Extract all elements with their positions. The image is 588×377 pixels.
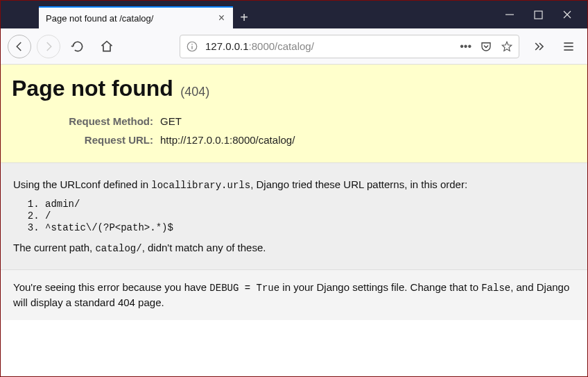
request-method-value: GET bbox=[160, 112, 300, 130]
svg-point-5 bbox=[191, 44, 193, 45]
list-item: / bbox=[45, 210, 575, 221]
request-method-label: Request Method: bbox=[13, 112, 159, 130]
back-button[interactable] bbox=[8, 35, 31, 58]
browser-tab[interactable]: Page not found at /catalog/ × bbox=[39, 6, 233, 28]
more-dots-icon[interactable]: ••• bbox=[460, 40, 472, 53]
current-path: catalog/ bbox=[95, 243, 141, 254]
list-item: admin/ bbox=[45, 199, 575, 210]
page-content: Page not found (404) Request Method: GET… bbox=[1, 65, 587, 377]
urlconf-module: locallibrary.urls bbox=[151, 180, 250, 191]
svg-rect-1 bbox=[535, 11, 542, 19]
table-row: Request Method: GET bbox=[13, 112, 300, 130]
bookmark-star-icon[interactable] bbox=[501, 40, 513, 53]
page-title: Page not found bbox=[12, 76, 173, 101]
tab-title: Page not found at /catalog/ bbox=[46, 13, 217, 24]
status-code: (404) bbox=[180, 85, 209, 99]
address-bar[interactable]: 127.0.0.1:8000/catalog/ ••• bbox=[180, 35, 519, 58]
new-tab-button[interactable]: + bbox=[233, 6, 255, 28]
debug-footer-note: You're seeing this error because you hav… bbox=[1, 269, 587, 320]
error-header: Page not found (404) Request Method: GET… bbox=[1, 65, 587, 163]
list-item: ^static\/(?P<path>.*)$ bbox=[45, 222, 575, 233]
overflow-chevrons-icon[interactable] bbox=[528, 35, 551, 58]
url-pattern-list: admin/ / ^static\/(?P<path>.*)$ bbox=[45, 199, 575, 233]
table-row: Request URL: http://127.0.0.1:8000/catal… bbox=[13, 131, 300, 149]
forward-button bbox=[37, 35, 60, 58]
request-url-label: Request URL: bbox=[13, 131, 159, 149]
reload-button[interactable] bbox=[66, 35, 89, 58]
home-button[interactable] bbox=[95, 35, 119, 58]
minimize-icon[interactable] bbox=[505, 10, 514, 19]
info-icon[interactable] bbox=[186, 40, 198, 53]
hamburger-menu-icon[interactable] bbox=[557, 35, 580, 58]
close-window-icon[interactable] bbox=[562, 10, 572, 19]
request-url-value: http://127.0.0.1:8000/catalog/ bbox=[160, 131, 300, 149]
browser-toolbar: 127.0.0.1:8000/catalog/ ••• bbox=[1, 28, 587, 65]
close-tab-icon[interactable]: × bbox=[217, 12, 226, 24]
url-text: 127.0.0.1:8000/catalog/ bbox=[205, 40, 453, 52]
error-body: Using the URLconf defined in locallibrar… bbox=[1, 163, 587, 269]
pocket-icon[interactable] bbox=[480, 40, 492, 53]
window-controls bbox=[490, 1, 587, 28]
maximize-icon[interactable] bbox=[534, 10, 543, 19]
tab-bar: Page not found at /catalog/ × + bbox=[1, 1, 587, 28]
